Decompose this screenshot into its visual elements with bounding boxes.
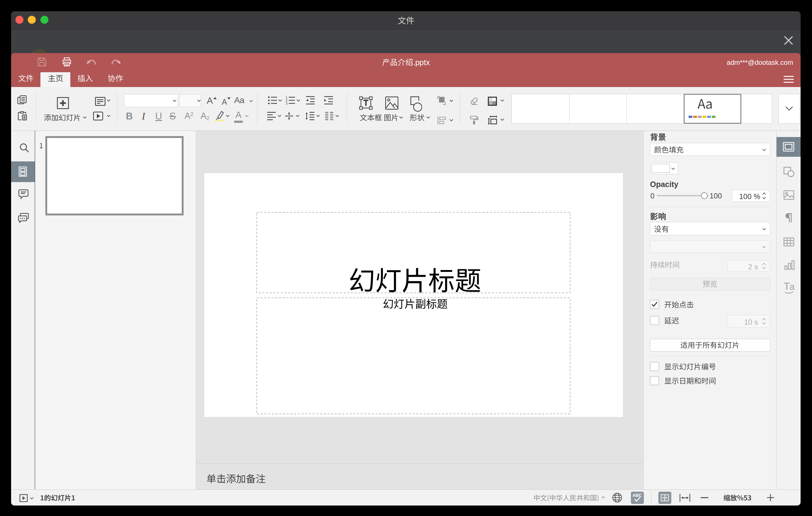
svg-text:ABC: ABC xyxy=(633,493,642,498)
svg-text:a: a xyxy=(789,282,795,292)
svg-text:3: 3 xyxy=(286,102,288,105)
svg-text:T: T xyxy=(784,282,790,292)
